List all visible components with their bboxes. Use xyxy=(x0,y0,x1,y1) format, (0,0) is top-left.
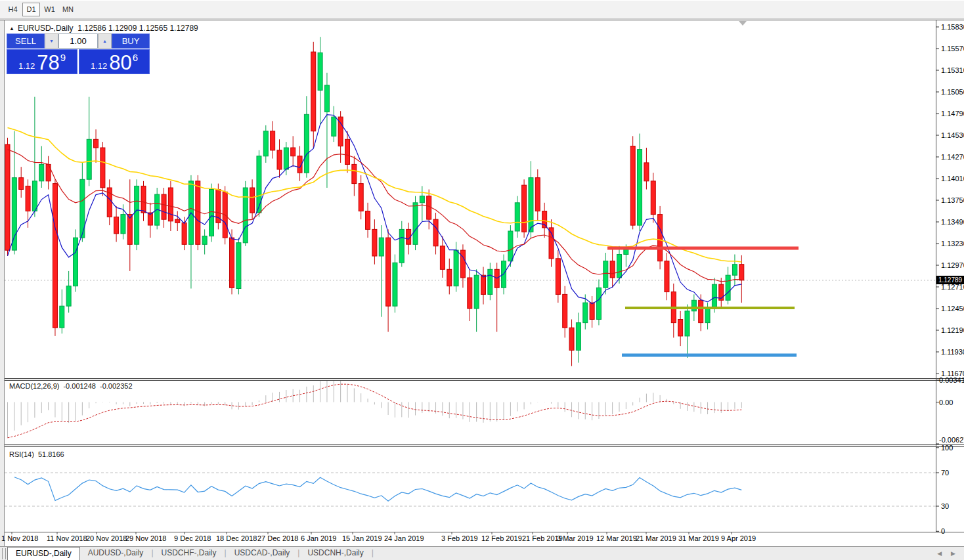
chart-title: ▲EURUSD-,Daily 1.12586 1.12909 1.12565 1… xyxy=(9,24,198,33)
macd-panel-area[interactable] xyxy=(5,381,936,444)
buy-pips: 80 xyxy=(109,53,131,73)
rsi-name: RSI(14) xyxy=(9,450,34,458)
sell-quote-button[interactable]: 1.12 78 9 xyxy=(7,49,77,74)
trading-platform-window: H4D1W1MN ▲EURUSD-,Daily 1.12586 1.12909 … xyxy=(0,0,964,560)
sell-big-figure: 1.12 xyxy=(18,61,35,71)
chart-ohlc-values: 1.12586 1.12909 1.12565 1.12789 xyxy=(77,24,198,33)
sell-pipette: 9 xyxy=(60,52,66,63)
scroll-to-end-marker-icon[interactable] xyxy=(739,21,747,26)
timeframe-toolbar: H4D1W1MN xyxy=(0,0,964,19)
tabs-container: EURUSD-,DailyAUDUSD-,Daily|USDCHF-,Daily… xyxy=(7,547,374,560)
rsi-value: 51.8166 xyxy=(38,450,64,458)
buy-pipette: 6 xyxy=(133,52,138,63)
chart-symbol-period: EURUSD-,Daily xyxy=(18,24,74,33)
sell-button[interactable]: SELL xyxy=(7,33,45,49)
current-price-tag: 1.12789 xyxy=(936,276,964,284)
tab-separator: | xyxy=(372,547,374,560)
one-click-trading-panel: SELL ▼ ▲ BUY 1.12 78 9 1.12 80 6 xyxy=(7,33,151,74)
macd-value-signal: -0.002352 xyxy=(100,382,133,390)
lot-size-input[interactable] xyxy=(58,33,98,49)
lot-increase-button[interactable]: ▲ xyxy=(98,33,112,49)
spin-down-icon: ▼ xyxy=(49,39,54,43)
time-axis[interactable] xyxy=(5,532,964,546)
chart-tab-audusd[interactable]: AUDUSD-,Daily xyxy=(80,547,152,560)
spin-up-icon: ▲ xyxy=(102,39,107,43)
timeframe-button-d1[interactable]: D1 xyxy=(22,3,40,16)
timeframe-button-h4[interactable]: H4 xyxy=(4,3,22,16)
buy-quote-button[interactable]: 1.12 80 6 xyxy=(79,49,150,74)
tab-scroll-left-icon[interactable]: ◀ xyxy=(932,550,946,557)
chart-tab-eurusd[interactable]: EURUSD-,Daily xyxy=(7,547,80,560)
chart-tab-usdchf[interactable]: USDCHF-,Daily xyxy=(154,547,225,560)
buy-button[interactable]: BUY xyxy=(112,33,150,49)
timeframe-button-w1[interactable]: W1 xyxy=(41,3,58,16)
left-panel-splitter[interactable] xyxy=(0,20,5,560)
macd-name: MACD(12,26,9) xyxy=(9,382,59,390)
macd-value-main: -0.001248 xyxy=(63,382,96,390)
sell-pips: 78 xyxy=(37,53,59,73)
timeframe-button-mn[interactable]: MN xyxy=(59,3,77,16)
collapse-indicator-icon[interactable]: ▲ xyxy=(9,26,14,32)
buy-big-figure: 1.12 xyxy=(91,61,107,71)
rsi-panel-area[interactable] xyxy=(5,447,936,532)
macd-label: MACD(12,26,9)-0.001248-0.002352 xyxy=(9,382,137,390)
tab-scroll-arrows: ◀ ▶ xyxy=(932,547,964,560)
rsi-label: RSI(14)51.8166 xyxy=(9,450,68,458)
chart-tab-usdcad[interactable]: USDCAD-,Daily xyxy=(227,547,298,560)
tab-bar-grip[interactable] xyxy=(2,548,6,559)
chart-tab-bar: EURUSD-,DailyAUDUSD-,Daily|USDCHF-,Daily… xyxy=(0,546,964,560)
tab-scroll-right-icon[interactable]: ▶ xyxy=(946,550,960,557)
chart-tab-usdcnh[interactable]: USDCNH-,Daily xyxy=(299,547,371,560)
lot-decrease-button[interactable]: ▼ xyxy=(45,33,58,49)
